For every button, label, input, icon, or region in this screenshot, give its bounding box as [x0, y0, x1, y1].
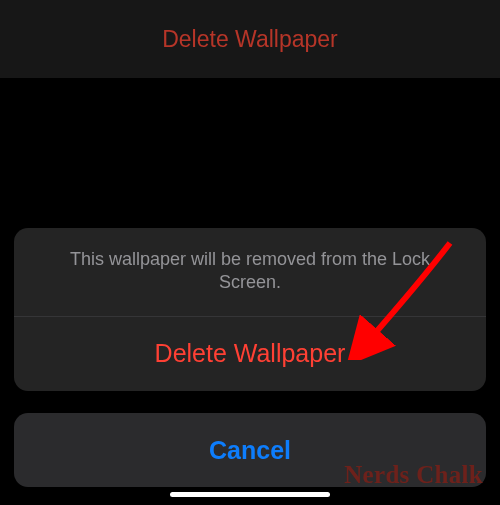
delete-wallpaper-button[interactable]: Delete Wallpaper [14, 317, 486, 391]
action-sheet: This wallpaper will be removed from the … [14, 228, 486, 391]
home-indicator[interactable] [170, 492, 330, 497]
sheet-message: This wallpaper will be removed from the … [14, 228, 486, 316]
watermark-text: Nerds Chalk [344, 461, 483, 489]
header-bar[interactable]: Delete Wallpaper [0, 0, 500, 78]
header-title: Delete Wallpaper [162, 26, 338, 53]
